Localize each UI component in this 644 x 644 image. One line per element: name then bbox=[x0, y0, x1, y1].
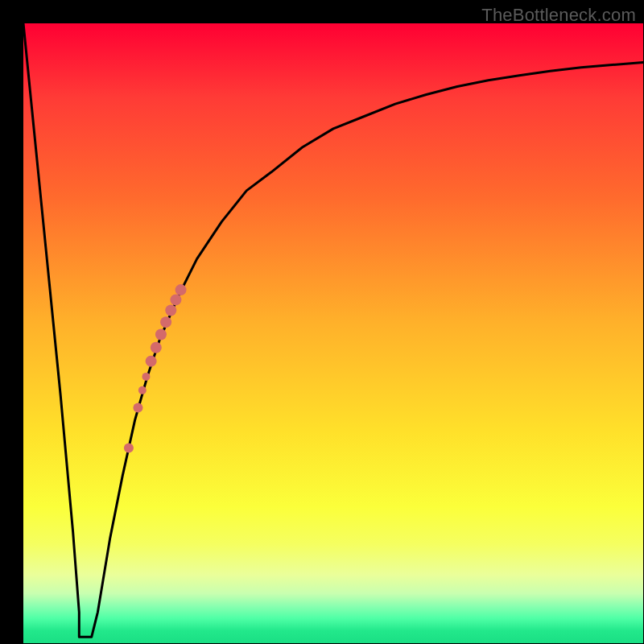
plot-background-gradient bbox=[23, 23, 643, 643]
watermark-text: TheBottleneck.com bbox=[481, 5, 636, 26]
chart-stage: TheBottleneck.com bbox=[0, 0, 644, 644]
